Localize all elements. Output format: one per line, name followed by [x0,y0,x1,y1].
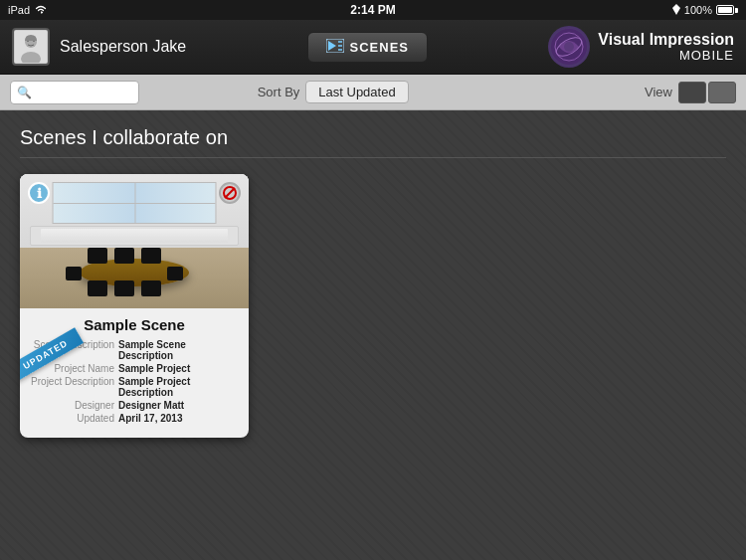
svg-point-11 [564,42,574,52]
cards-container: ℹ [20,174,726,438]
section-title: Scenes I collaborate on [20,126,726,158]
toolbar: 🔍 Sort By Last Updated View [0,75,746,110]
wall-unit [30,226,239,246]
chair-7 [66,267,82,280]
status-bar: iPad 2:14 PM 100% [0,0,746,20]
chair-8 [167,267,183,280]
info-icon: ℹ [37,186,42,201]
brand-name: Visual Impression [598,31,734,49]
view-section: View [645,82,736,103]
battery-icon [716,5,738,15]
battery-label: 100% [684,4,712,16]
designer-value: Designer Matt [118,400,184,411]
wifi-icon [34,4,48,17]
sort-section: Sort By Last Updated [258,81,409,103]
brand-logo [548,26,590,68]
project-description-label: Project Description [30,376,114,398]
info-button[interactable]: ℹ [28,182,50,204]
project-description-value: Sample Project Description [118,376,239,398]
block-icon [223,186,237,200]
scene-description-value: Sample Scene Description [118,339,239,361]
chair-6 [141,280,161,296]
scene-card: ℹ [20,174,249,438]
project-description-row: Project Description Sample Project Descr… [30,376,239,398]
search-icon: 🔍 [17,86,32,99]
project-name-row: Project Name Sample Project [30,363,239,374]
chair-4 [88,280,107,296]
status-left: iPad [8,4,48,17]
window-area [53,182,217,224]
ipad-label: iPad [8,4,30,16]
updated-row: Updated April 17, 2013 [30,413,239,424]
room-background [20,174,249,308]
content-area: Scenes I collaborate on ℹ [0,110,746,560]
scenes-btn-icon [326,39,344,56]
chair-5 [114,280,134,296]
brand-section: Visual Impression MOBILE [548,26,734,68]
updated-value: April 17, 2013 [118,413,182,424]
avatar [12,28,50,66]
card-info: Sample Scene Scene Description Sample Sc… [20,308,249,438]
user-section: Salesperson Jake [12,28,186,66]
location-icon [672,4,680,17]
search-input[interactable] [36,86,132,99]
chair-2 [114,248,134,264]
username: Salesperson Jake [60,38,186,56]
designer-row: Designer Designer Matt [30,400,239,411]
designer-label: Designer [30,400,114,411]
view-list-button[interactable] [708,82,736,103]
brand-text: Visual Impression MOBILE [598,31,734,64]
status-right: 100% [672,4,738,17]
brand-sub: MOBILE [598,48,734,63]
header: Salesperson Jake SCENES Visual Im [0,20,746,75]
chair-1 [88,248,107,264]
search-box[interactable]: 🔍 [10,81,139,104]
block-button[interactable] [219,182,241,204]
updated-label: Updated [30,413,114,424]
scenes-btn-label: SCENES [350,40,409,55]
project-name-value: Sample Project [118,363,190,374]
view-grid-button[interactable] [678,82,706,103]
status-time: 2:14 PM [350,3,395,17]
view-label: View [645,85,672,99]
scenes-button[interactable]: SCENES [307,32,428,63]
view-toggle [678,82,736,103]
card-title: Sample Scene [30,316,239,333]
sort-value[interactable]: Last Updated [305,81,408,103]
card-image [20,174,249,308]
chair-3 [141,248,161,264]
sort-label: Sort By [258,85,300,99]
